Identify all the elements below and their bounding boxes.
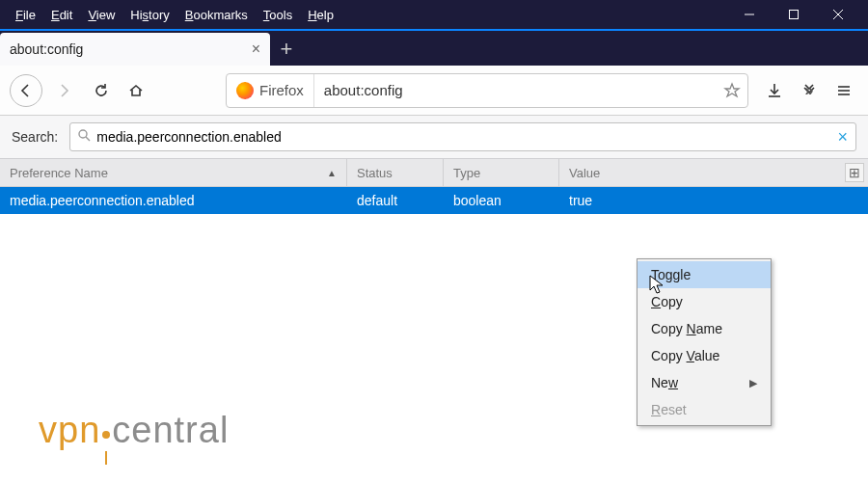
ctx-copy-value[interactable]: Copy Value — [637, 342, 771, 369]
firefox-icon — [236, 82, 254, 99]
col-preference-name[interactable]: Preference Name ▲ — [0, 159, 347, 186]
search-box[interactable]: × — [69, 122, 856, 151]
forward-button — [48, 74, 81, 107]
search-input[interactable] — [96, 129, 837, 145]
column-picker-icon[interactable]: ⊞ — [845, 163, 864, 182]
ctx-new[interactable]: New▶ — [637, 369, 771, 396]
home-button[interactable] — [122, 76, 150, 105]
svg-rect-1 — [790, 11, 799, 19]
sort-indicator-icon: ▲ — [327, 168, 337, 178]
search-label: Search: — [12, 129, 58, 145]
ctx-copy[interactable]: Copy — [637, 288, 771, 315]
minimize-button[interactable] — [727, 0, 772, 29]
menu-edit[interactable]: Edit — [43, 4, 80, 26]
close-window-button[interactable] — [816, 0, 860, 29]
clear-search-icon[interactable]: × — [837, 127, 848, 147]
pref-status: default — [347, 193, 444, 208]
identity-box[interactable]: Firefox — [227, 74, 314, 107]
menu-bookmarks[interactable]: Bookmarks — [177, 4, 256, 26]
col-status[interactable]: Status — [347, 159, 444, 186]
nav-toolbar: Firefox about:config » — [0, 66, 868, 116]
col-value[interactable]: Value — [559, 159, 868, 186]
ctx-copy-name[interactable]: Copy Name — [637, 315, 771, 342]
back-button[interactable] — [10, 74, 42, 107]
new-tab-button[interactable]: + — [270, 33, 303, 66]
bookmark-star-icon[interactable] — [717, 82, 747, 99]
tab-strip: about:config × + — [0, 29, 868, 66]
submenu-arrow-icon: ▶ — [749, 377, 757, 389]
svg-line-11 — [86, 137, 90, 141]
maximize-button[interactable] — [772, 0, 816, 29]
column-headers: Preference Name ▲ Status Type Value ⊞ — [0, 158, 868, 187]
url-bar[interactable]: Firefox about:config — [226, 73, 748, 108]
menu-help[interactable]: Help — [300, 4, 341, 26]
menu-history[interactable]: History — [122, 4, 176, 26]
context-menu: Toggle Copy Copy Name Copy Value New▶ Re… — [637, 258, 772, 426]
overflow-button[interactable]: » — [795, 76, 824, 105]
pref-name: media.peerconnection.enabled — [0, 193, 347, 208]
reload-button[interactable] — [87, 76, 116, 105]
pref-type: boolean — [444, 193, 559, 208]
pref-row[interactable]: media.peerconnection.enabled default boo… — [0, 187, 868, 214]
watermark-logo: vpncentral — [39, 410, 229, 463]
tab-title: about:config — [10, 41, 83, 57]
col-type[interactable]: Type — [444, 159, 559, 186]
pref-value: true — [559, 193, 868, 208]
menu-tools[interactable]: Tools — [256, 4, 300, 26]
app-menu-button[interactable] — [829, 76, 858, 105]
config-search-row: Search: × — [0, 116, 868, 158]
ctx-toggle[interactable]: Toggle — [637, 261, 771, 288]
menu-bar: File Edit View History Bookmarks Tools H… — [0, 0, 868, 29]
svg-marker-4 — [725, 84, 739, 96]
svg-point-10 — [79, 130, 87, 138]
tab-active[interactable]: about:config × — [0, 33, 270, 66]
menu-view[interactable]: View — [80, 4, 122, 26]
ctx-reset: Reset — [637, 396, 771, 423]
menu-file[interactable]: File — [8, 4, 43, 26]
downloads-button[interactable] — [760, 76, 789, 105]
window-controls — [727, 0, 860, 29]
url-text[interactable]: about:config — [314, 82, 717, 98]
identity-label: Firefox — [259, 82, 304, 98]
search-icon — [78, 129, 91, 145]
tab-close-icon[interactable]: × — [252, 40, 260, 58]
